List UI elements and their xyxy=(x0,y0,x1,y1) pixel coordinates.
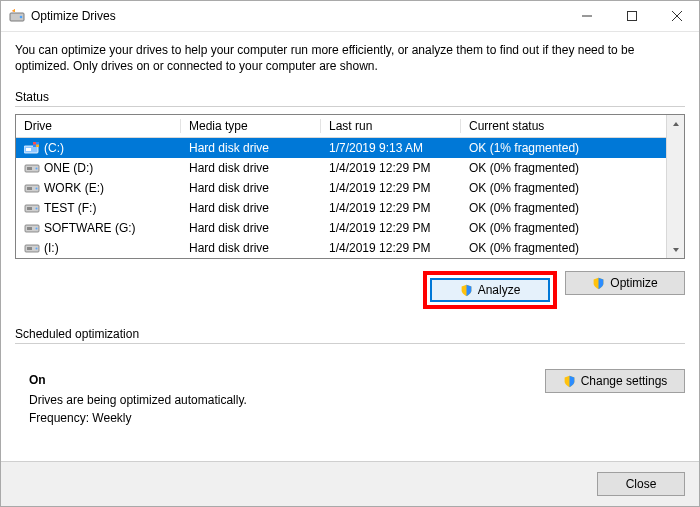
app-icon xyxy=(9,8,25,24)
table-header: Drive Media type Last run Current status xyxy=(16,115,666,138)
svg-rect-4 xyxy=(26,148,31,151)
svg-point-1 xyxy=(20,16,23,19)
table-row[interactable]: WORK (E:)Hard disk drive1/4/2019 12:29 P… xyxy=(16,178,666,198)
drive-last-run: 1/4/2019 12:29 PM xyxy=(321,201,461,215)
scheduled-label: Scheduled optimization xyxy=(15,327,685,341)
drive-media: Hard disk drive xyxy=(181,221,321,235)
status-label: Status xyxy=(15,90,685,104)
svg-point-22 xyxy=(36,248,38,250)
svg-rect-12 xyxy=(27,187,32,190)
col-media[interactable]: Media type xyxy=(181,119,321,133)
svg-point-10 xyxy=(36,168,38,170)
intro-text: You can optimize your drives to help you… xyxy=(15,42,685,74)
col-status[interactable]: Current status xyxy=(461,119,666,133)
close-button[interactable] xyxy=(654,1,699,31)
svg-rect-21 xyxy=(27,247,32,250)
table-row[interactable]: ONE (D:)Hard disk drive1/4/2019 12:29 PM… xyxy=(16,158,666,178)
drive-last-run: 1/4/2019 12:29 PM xyxy=(321,161,461,175)
svg-rect-6 xyxy=(33,142,36,145)
drive-icon xyxy=(24,202,40,214)
optimize-label: Optimize xyxy=(610,276,657,290)
titlebar: Optimize Drives xyxy=(1,1,699,32)
action-buttons: Analyze Optimize xyxy=(15,271,685,309)
drive-media: Hard disk drive xyxy=(181,181,321,195)
analyze-label: Analyze xyxy=(478,283,521,297)
drive-status: OK (0% fragmented) xyxy=(461,201,666,215)
drive-name: ONE (D:) xyxy=(44,161,93,175)
drive-media: Hard disk drive xyxy=(181,161,321,175)
window-title: Optimize Drives xyxy=(31,9,116,23)
maximize-button[interactable] xyxy=(609,1,654,31)
drive-media: Hard disk drive xyxy=(181,141,321,155)
shield-icon xyxy=(460,284,473,297)
scheduled-auto-text: Drives are being optimized automatically… xyxy=(29,393,531,407)
table-row[interactable]: (C:)Hard disk drive1/7/2019 9:13 AMOK (1… xyxy=(16,138,666,158)
drive-name: (I:) xyxy=(44,241,59,255)
drive-icon xyxy=(24,242,40,254)
table-row[interactable]: (I:)Hard disk drive1/4/2019 12:29 PMOK (… xyxy=(16,238,666,258)
drive-media: Hard disk drive xyxy=(181,241,321,255)
close-dialog-button[interactable]: Close xyxy=(597,472,685,496)
drives-list[interactable]: Drive Media type Last run Current status… xyxy=(15,114,685,259)
table-row[interactable]: SOFTWARE (G:)Hard disk drive1/4/2019 12:… xyxy=(16,218,666,238)
drive-icon xyxy=(24,162,40,174)
drive-last-run: 1/4/2019 12:29 PM xyxy=(321,241,461,255)
svg-rect-2 xyxy=(627,12,636,21)
drive-name: WORK (E:) xyxy=(44,181,104,195)
scheduled-info: On Drives are being optimized automatica… xyxy=(15,369,531,429)
close-label: Close xyxy=(626,477,657,491)
drive-status: OK (0% fragmented) xyxy=(461,241,666,255)
drive-icon xyxy=(24,182,40,194)
analyze-button[interactable]: Analyze xyxy=(430,278,550,302)
scheduled-status: On xyxy=(29,373,531,387)
change-settings-button[interactable]: Change settings xyxy=(545,369,685,393)
svg-rect-18 xyxy=(27,227,32,230)
footer: Close xyxy=(1,461,699,506)
scrollbar[interactable] xyxy=(666,115,684,258)
drive-status: OK (0% fragmented) xyxy=(461,181,666,195)
drive-last-run: 1/4/2019 12:29 PM xyxy=(321,221,461,235)
drive-name: SOFTWARE (G:) xyxy=(44,221,136,235)
drive-icon xyxy=(24,142,40,154)
drive-media: Hard disk drive xyxy=(181,201,321,215)
drive-icon xyxy=(24,222,40,234)
scroll-down-icon[interactable] xyxy=(667,241,684,258)
minimize-button[interactable] xyxy=(564,1,609,31)
svg-point-19 xyxy=(36,228,38,230)
drive-status: OK (0% fragmented) xyxy=(461,161,666,175)
svg-rect-15 xyxy=(27,207,32,210)
scheduled-frequency: Frequency: Weekly xyxy=(29,411,531,425)
divider xyxy=(15,343,685,344)
table-row[interactable]: TEST (F:)Hard disk drive1/4/2019 12:29 P… xyxy=(16,198,666,218)
shield-icon xyxy=(592,277,605,290)
svg-point-13 xyxy=(36,188,38,190)
divider xyxy=(15,106,685,107)
change-settings-label: Change settings xyxy=(581,374,668,388)
drive-name: (C:) xyxy=(44,141,64,155)
svg-point-16 xyxy=(36,208,38,210)
optimize-button[interactable]: Optimize xyxy=(565,271,685,295)
shield-icon xyxy=(563,375,576,388)
drive-status: OK (1% fragmented) xyxy=(461,141,666,155)
col-last-run[interactable]: Last run xyxy=(321,119,461,133)
drive-last-run: 1/4/2019 12:29 PM xyxy=(321,181,461,195)
svg-rect-9 xyxy=(27,167,32,170)
scroll-up-icon[interactable] xyxy=(667,115,684,132)
drive-name: TEST (F:) xyxy=(44,201,96,215)
optimize-drives-window: Optimize Drives You can optimize your dr… xyxy=(0,0,700,507)
svg-rect-7 xyxy=(36,145,39,148)
drive-status: OK (0% fragmented) xyxy=(461,221,666,235)
col-drive[interactable]: Drive xyxy=(16,119,181,133)
drive-last-run: 1/7/2019 9:13 AM xyxy=(321,141,461,155)
